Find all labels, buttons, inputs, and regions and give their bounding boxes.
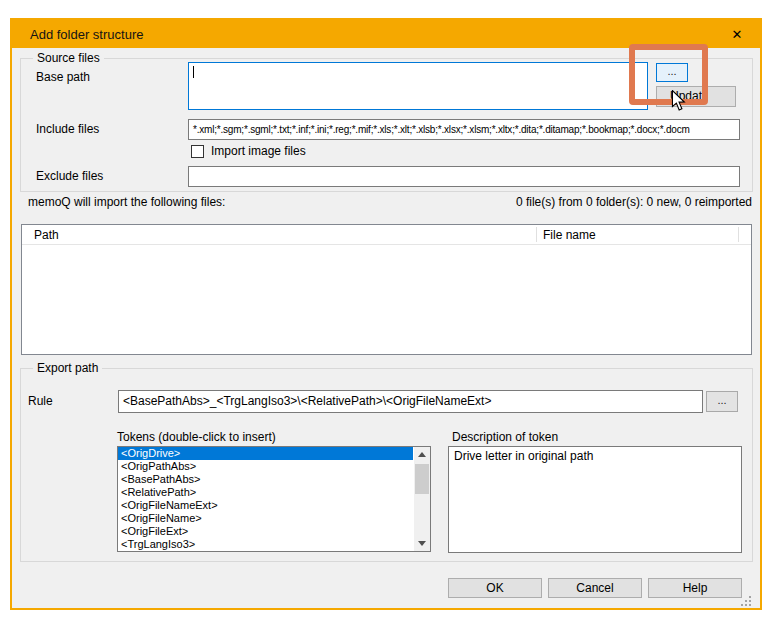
include-files-label: Include files [36, 122, 99, 136]
cancel-button-label: Cancel [576, 581, 613, 595]
rule-value: <BasePathAbs>_<TrgLangIso3>\<RelativePat… [123, 394, 491, 408]
rule-label: Rule [28, 394, 53, 408]
ok-button[interactable]: OK [448, 578, 542, 598]
triangle-down-icon [418, 541, 426, 546]
rule-input[interactable]: <BasePathAbs>_<TrgLangIso3>\<RelativePat… [118, 390, 703, 413]
rule-browse-button[interactable]: ... [706, 391, 738, 412]
exclude-files-input[interactable] [188, 166, 740, 187]
highlight-annotation-rectangle [629, 44, 708, 105]
include-files-input[interactable]: *.xml;*.sgm;*.sgml;*.txt;*.inf;*.ini;*.r… [188, 119, 740, 140]
column-divider[interactable] [536, 227, 537, 242]
token-item[interactable]: <OrigPathAbs> [118, 460, 413, 473]
token-item[interactable]: <OrigFileNameExt> [118, 499, 413, 512]
file-list: Path File name [21, 224, 752, 355]
dialog-title: Add folder structure [30, 27, 143, 42]
token-item[interactable]: <TrgLangIso3> [118, 538, 413, 551]
token-item[interactable]: <OrigDrive> [118, 447, 413, 460]
file-list-header: Path File name [22, 225, 751, 245]
text-caret [193, 66, 194, 78]
page-background: { "colors": { "titlebar": "#F5A800", "an… [0, 0, 772, 631]
import-image-files-checkbox[interactable] [191, 145, 204, 158]
tokens-scrollbar[interactable] [414, 447, 430, 551]
base-path-label: Base path [36, 70, 90, 84]
token-item[interactable]: <OrigFileExt> [118, 525, 413, 538]
scroll-down-button[interactable] [414, 536, 430, 551]
token-item[interactable]: <BasePathAbs> [118, 473, 413, 486]
help-button-label: Help [683, 581, 708, 595]
dialog-client-area: Source files Base path ... Updat Include… [12, 48, 760, 608]
column-header-file-name[interactable]: File name [543, 228, 596, 242]
tokens-label: Tokens (double-click to insert) [117, 430, 276, 444]
tokens-listbox[interactable]: <OrigDrive><OrigPathAbs><BasePathAbs><Re… [117, 446, 431, 552]
tokens-items: <OrigDrive><OrigPathAbs><BasePathAbs><Re… [118, 447, 413, 551]
import-summary-counts: 0 file(s) from 0 folder(s): 0 new, 0 rei… [516, 195, 752, 209]
exclude-files-label: Exclude files [36, 169, 103, 183]
column-header-path[interactable]: Path [34, 228, 59, 242]
add-folder-structure-dialog: Add folder structure ✕ Source files Base… [10, 18, 762, 610]
export-path-group-label: Export path [33, 361, 102, 375]
token-description-label: Description of token [452, 430, 558, 444]
close-icon: ✕ [732, 27, 743, 42]
token-item[interactable]: <RelativePath> [118, 486, 413, 499]
file-list-body[interactable] [22, 245, 751, 354]
cancel-button[interactable]: Cancel [548, 578, 642, 598]
resize-grip[interactable] [741, 596, 743, 598]
import-image-files-label: Import image files [211, 144, 306, 158]
include-files-value: *.xml;*.sgm;*.sgml;*.txt;*.inf;*.ini;*.r… [193, 124, 690, 135]
mouse-cursor-icon [671, 90, 686, 115]
triangle-up-icon [418, 452, 426, 457]
column-divider[interactable] [738, 227, 739, 242]
rule-browse-label: ... [717, 395, 726, 405]
ok-button-label: OK [486, 581, 503, 595]
source-files-group-label: Source files [33, 51, 104, 65]
close-button[interactable]: ✕ [720, 20, 754, 48]
scrollbar-thumb[interactable] [415, 464, 429, 494]
token-description-box: Drive letter in original path [448, 446, 742, 553]
import-summary-message: memoQ will import the following files: [28, 195, 225, 209]
scroll-up-button[interactable] [414, 447, 430, 462]
token-description-text: Drive letter in original path [454, 449, 593, 463]
base-path-input[interactable] [188, 62, 648, 110]
token-item[interactable]: <OrigFileName> [118, 512, 413, 525]
help-button[interactable]: Help [648, 578, 742, 598]
